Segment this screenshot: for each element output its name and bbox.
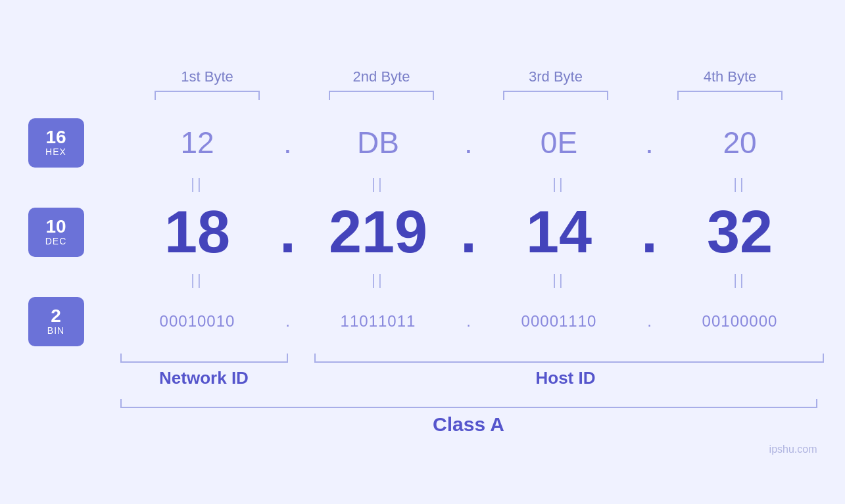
bin-val-2: 11011011 <box>341 312 416 331</box>
main-grid: 16 HEX 10 DEC 2 BIN <box>28 113 817 351</box>
eq2-4: || <box>663 271 817 288</box>
dec-badge-wrapper: 10 DEC <box>28 196 120 268</box>
bin-badge-wrapper: 2 BIN <box>28 292 120 351</box>
bin-base-num: 2 <box>51 307 61 325</box>
eq2-3: || <box>482 271 637 288</box>
network-id-bracket <box>120 354 288 363</box>
dec-cell-4: 32 <box>663 198 817 266</box>
eq1-2: || <box>301 175 456 193</box>
hex-dot-3: . <box>637 125 663 160</box>
dec-dot-3: . <box>637 198 663 266</box>
eq1-1: || <box>120 175 275 193</box>
bin-cell-4: 00100000 <box>663 312 817 331</box>
bin-cell-2: 11011011 <box>301 312 456 331</box>
eq1-4: || <box>663 175 817 193</box>
byte-label-2: 2nd Byte <box>295 68 469 85</box>
dec-cell-3: 14 <box>482 198 637 266</box>
byte-labels: 1st Byte 2nd Byte 3rd Byte 4th Byte <box>120 68 817 85</box>
eq2-1: || <box>120 271 275 288</box>
hex-cell-3: 0E <box>482 125 637 160</box>
bin-row: 00010010 . 11011011 . 00001110 . <box>120 292 817 351</box>
watermark: ipshu.com <box>769 444 817 455</box>
dec-dot-2: . <box>456 198 482 266</box>
hex-row: 12 . DB . 0E . 20 <box>120 113 817 172</box>
bin-cell-1: 00010010 <box>120 312 275 331</box>
bin-dot-3: . <box>637 312 663 331</box>
bin-badge: 2 BIN <box>28 297 84 346</box>
hex-cell-4: 20 <box>663 125 817 160</box>
dec-dot-1: . <box>275 198 301 266</box>
top-brackets <box>120 91 817 100</box>
class-section: Class A <box>120 399 817 436</box>
bin-val-4: 00100000 <box>702 312 778 331</box>
rows-column: 12 . DB . 0E . 20 <box>120 113 817 351</box>
eq1-3: || <box>482 175 637 193</box>
host-id-bracket <box>314 354 817 363</box>
eq2-2: || <box>301 271 456 288</box>
hex-val-4: 20 <box>723 125 756 160</box>
bin-dot-2: . <box>456 312 482 331</box>
dec-base-num: 10 <box>45 218 66 236</box>
label-gap <box>288 368 314 388</box>
hex-base-num: 16 <box>45 128 66 147</box>
dec-bin-spacer <box>28 268 120 292</box>
hex-dot-1: . <box>275 125 301 160</box>
dec-row: 18 . 219 . 14 . 32 <box>120 196 817 268</box>
hex-badge: 16 HEX <box>28 118 84 168</box>
dec-cell-1: 18 <box>120 198 275 266</box>
hex-cell-2: DB <box>301 125 456 160</box>
hex-val-1: 12 <box>180 125 214 160</box>
byte-label-1: 1st Byte <box>120 68 295 85</box>
top-bracket-4 <box>643 91 817 100</box>
hex-base-name: HEX <box>45 147 66 157</box>
hex-val-2: DB <box>357 125 399 160</box>
bin-base-name: BIN <box>47 325 64 336</box>
top-bracket-2 <box>295 91 469 100</box>
byte-label-3: 3rd Byte <box>469 68 643 85</box>
dec-val-3: 14 <box>526 198 592 266</box>
equals-row-1: || || || || <box>120 172 817 196</box>
dec-val-2: 219 <box>329 198 427 266</box>
bottom-section: Network ID Host ID <box>120 354 817 388</box>
network-host-labels: Network ID Host ID <box>120 368 817 388</box>
bin-dot-1: . <box>275 312 301 331</box>
byte-label-4: 4th Byte <box>643 68 817 85</box>
bin-val-3: 00001110 <box>521 312 597 331</box>
hex-dot-2: . <box>456 125 482 160</box>
network-id-label: Network ID <box>120 368 288 388</box>
top-bracket-3 <box>469 91 643 100</box>
dec-cell-2: 219 <box>301 198 456 266</box>
host-id-label: Host ID <box>314 368 817 388</box>
bottom-brackets-row <box>120 354 817 363</box>
top-bracket-1 <box>120 91 295 100</box>
class-bracket <box>120 399 817 408</box>
bin-val-1: 00010010 <box>160 312 235 331</box>
dec-badge: 10 DEC <box>28 208 84 257</box>
dec-val-4: 32 <box>707 198 773 266</box>
hex-val-3: 0E <box>541 125 577 160</box>
hex-cell-1: 12 <box>120 125 275 160</box>
hex-dec-spacer <box>28 172 120 196</box>
label-column: 16 HEX 10 DEC 2 BIN <box>28 113 120 351</box>
equals-row-2: || || || || <box>120 268 817 292</box>
bracket-gap-1 <box>288 354 314 363</box>
class-label: Class A <box>120 413 817 436</box>
dec-base-name: DEC <box>45 236 67 246</box>
dec-val-1: 18 <box>164 198 230 266</box>
hex-badge-wrapper: 16 HEX <box>28 113 120 172</box>
bin-cell-3: 00001110 <box>482 312 637 331</box>
